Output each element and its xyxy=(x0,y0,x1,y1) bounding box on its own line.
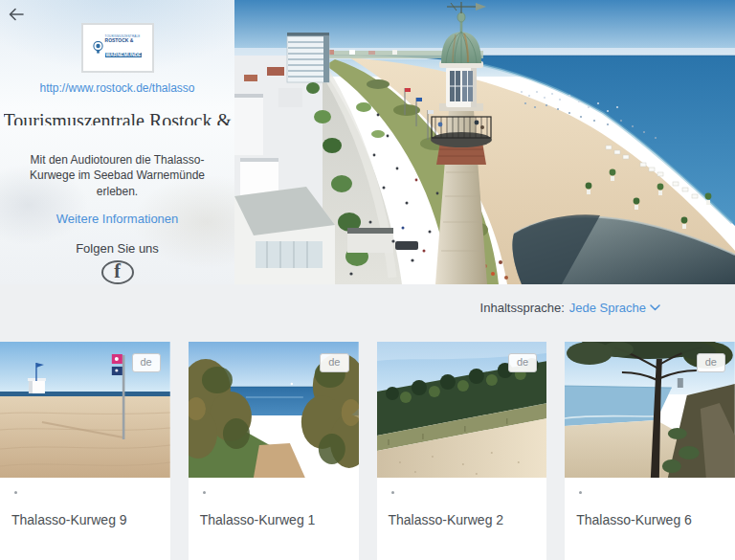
logo-text-line2: ROSTOCK & xyxy=(105,38,143,43)
hero-photo-warnemuende-lighthouse xyxy=(234,0,735,284)
logo-text-line3: WARNEMÜNDE xyxy=(105,53,143,57)
card-body: Thalasso-Kurweg 2 xyxy=(377,478,547,527)
language-badge: de xyxy=(508,353,537,372)
back-button[interactable] xyxy=(6,4,27,25)
more-info-link[interactable]: Weitere Informationen xyxy=(56,212,179,226)
provider-url-link[interactable]: http://www.rostock.de/thalasso xyxy=(39,81,194,95)
card-body: Thalasso-Kurweg 9 xyxy=(0,478,170,527)
provider-info-panel: TOURISMUSZENTRALE ROSTOCK & WARNEMÜNDE h… xyxy=(0,0,234,284)
chevron-down-icon xyxy=(650,304,660,311)
provider-dot xyxy=(203,491,206,494)
back-arrow-icon xyxy=(9,8,24,21)
provider-logo: TOURISMUSZENTRALE ROSTOCK & WARNEMÜNDE xyxy=(81,23,154,73)
tour-card[interactable]: de Thalasso-Kurweg 2 xyxy=(377,342,547,560)
card-title: Thalasso-Kurweg 1 xyxy=(200,512,347,527)
provider-dot xyxy=(391,491,394,494)
language-bar-label: Inhaltssprache: xyxy=(480,301,565,315)
language-bar: Inhaltssprache: Jede Sprache xyxy=(0,284,735,342)
card-photo-beach-flagpole: de xyxy=(0,342,170,478)
facebook-link[interactable]: f xyxy=(101,260,134,284)
tour-card[interactable]: de Thalasso-Kurweg 1 xyxy=(189,342,359,560)
card-title: Thalasso-Kurweg 9 xyxy=(11,512,159,527)
card-body: Thalasso-Kurweg 1 xyxy=(189,478,359,527)
provider-description: Mit den Audiotouren die Thalasso-Kurwege… xyxy=(16,152,219,200)
tour-card-grid: de Thalasso-Kurweg 9 xyxy=(0,342,735,560)
tour-card[interactable]: de Thalasso-Kurweg 9 xyxy=(0,342,170,560)
facebook-icon: f xyxy=(114,260,121,282)
card-photo-beach-tree: de xyxy=(565,342,735,478)
page-title: Tourismuszentrale Rostock &... xyxy=(4,110,232,125)
balloon-logo-icon xyxy=(93,41,103,55)
card-title: Thalasso-Kurweg 2 xyxy=(389,512,536,527)
follow-us-label: Folgen Sie uns xyxy=(76,241,159,256)
provider-dot xyxy=(14,491,17,494)
language-badge: de xyxy=(320,353,348,372)
card-title: Thalasso-Kurweg 6 xyxy=(576,512,724,527)
card-photo-dune-forest: de xyxy=(377,342,547,478)
language-badge: de xyxy=(132,353,161,372)
provider-dot xyxy=(579,491,582,494)
language-select[interactable]: Jede Sprache xyxy=(569,301,660,315)
tour-card[interactable]: de Thalasso-Kurweg 6 xyxy=(565,342,735,560)
card-body: Thalasso-Kurweg 6 xyxy=(565,478,735,527)
card-photo-path-to-sea: de xyxy=(189,342,359,478)
provider-header: TOURISMUSZENTRALE ROSTOCK & WARNEMÜNDE h… xyxy=(0,0,735,284)
language-badge: de xyxy=(697,353,725,372)
language-select-value: Jede Sprache xyxy=(569,301,646,315)
